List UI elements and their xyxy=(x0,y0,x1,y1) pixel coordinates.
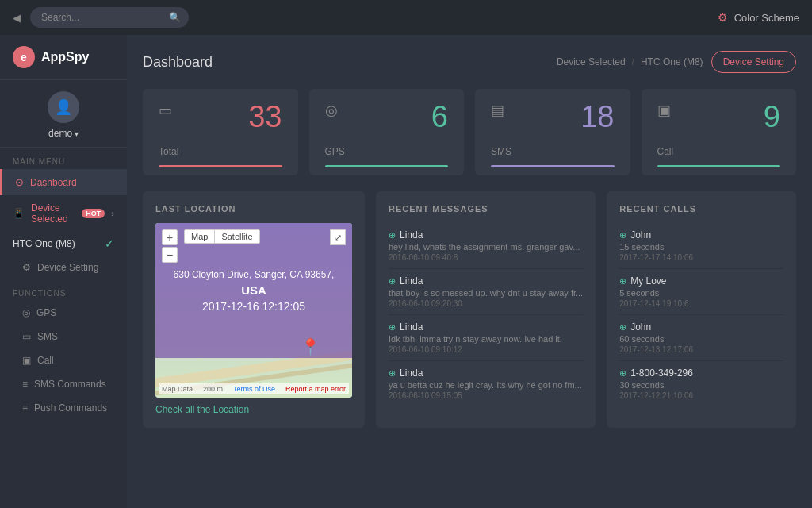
call-item-2: ⊕ John 60 seconds 2017-12-13 12:17:06 xyxy=(619,315,783,361)
stat-sms-value: 18 xyxy=(580,102,614,132)
stat-gps-value: 6 xyxy=(431,102,448,132)
app-logo-icon: e xyxy=(13,46,35,68)
stat-total-value: 33 xyxy=(248,102,282,132)
main-content: Dashboard Device Selected / HTC One (M8)… xyxy=(127,35,812,508)
recent-calls-panel: RECENT CALLS ⊕ John 15 seconds 2017-12-1… xyxy=(607,191,796,428)
page-header: Dashboard Device Selected / HTC One (M8)… xyxy=(143,51,796,73)
sidebar-item-device-name[interactable]: HTC One (M8) ✓ xyxy=(0,232,127,256)
stat-gps: ◎ 6 GPS xyxy=(309,89,465,175)
sidebar-item-device-setting[interactable]: ⚙ Device Setting xyxy=(0,256,127,279)
sms-commands-icon: ≡ xyxy=(22,379,28,390)
sms-icon: ▭ xyxy=(22,331,31,342)
map-address: 630 Cloyton Drive, Sanger, CA 93657, xyxy=(174,269,335,280)
push-commands-icon: ≡ xyxy=(22,402,28,414)
sidebar-sms-commands-label: SMS Commands xyxy=(34,379,106,390)
call-item-3: ⊕ 1-800-349-296 30 seconds 2017-12-12 21… xyxy=(619,361,783,406)
call-duration-0: 15 seconds xyxy=(619,242,783,252)
contact-icon-2: ⊕ xyxy=(389,322,396,333)
call-contact-icon-1: ⊕ xyxy=(619,276,626,287)
call-item-1: ⊕ My Love 5 seconds 2017-12-14 19:10:6 xyxy=(619,269,783,315)
sidebar-logo: e AppSpy xyxy=(0,35,127,80)
sidebar-item-gps[interactable]: ◎ GPS xyxy=(0,301,127,325)
message-item-3: ⊕ Linda ya u betta cuz he legit cray. It… xyxy=(389,361,583,406)
sidebar-push-commands-label: Push Commands xyxy=(34,402,107,414)
color-scheme-icon: ⚙ xyxy=(718,11,728,24)
msg-time-0: 2016-06-10 09:40:8 xyxy=(389,253,583,262)
stat-gps-bar xyxy=(325,165,449,167)
breadcrumb-current: HTC One (M8) xyxy=(641,56,703,67)
hot-badge: HOT xyxy=(82,209,105,218)
breadcrumb: Device Selected / HTC One (M8) xyxy=(557,56,703,67)
contact-icon-0: ⊕ xyxy=(389,230,396,241)
stat-call-value: 9 xyxy=(764,102,780,132)
msg-text-2: Idk tbh, imma try n stay away now. Ive h… xyxy=(389,334,583,344)
stat-call-label: Call xyxy=(657,146,781,157)
map-type-satellite[interactable]: Satellite xyxy=(215,230,259,243)
contact-icon-3: ⊕ xyxy=(389,368,396,379)
gps-stat-icon: ◎ xyxy=(325,102,338,119)
breadcrumb-device: Device Selected xyxy=(557,56,626,67)
msg-time-3: 2016-06-10 09:15:05 xyxy=(389,391,583,400)
gps-icon: ◎ xyxy=(22,307,30,318)
call-item-0: ⊕ John 15 seconds 2017-12-17 14:10:06 xyxy=(619,223,783,269)
messages-list: ⊕ Linda hey lind, whats the assignment m… xyxy=(389,223,583,406)
dashboard-icon: ⊙ xyxy=(15,176,24,188)
map-type-map[interactable]: Map xyxy=(185,230,215,243)
contact-icon-1: ⊕ xyxy=(389,276,396,287)
sidebar-item-device-selected[interactable]: 📱 Device Selected HOT › xyxy=(0,195,127,232)
sidebar-device-selected-label: Device Selected xyxy=(31,202,74,225)
color-scheme-control[interactable]: ⚙ Color Scheme xyxy=(718,11,799,24)
calls-list: ⊕ John 15 seconds 2017-12-17 14:10:06 ⊕ … xyxy=(619,223,783,406)
call-time-3: 2017-12-12 21:10:06 xyxy=(619,391,783,400)
sidebar-item-sms-commands[interactable]: ≡ SMS Commands xyxy=(0,372,127,396)
check-all-link[interactable]: Check all the Location xyxy=(155,404,352,415)
call-duration-3: 30 seconds xyxy=(619,380,783,390)
report-link[interactable]: Report a map error xyxy=(285,385,346,393)
breadcrumb-separator: / xyxy=(632,56,634,67)
search-wrap: 🔍 xyxy=(30,7,189,28)
map-type-bar: Map Satellite xyxy=(184,229,260,244)
sidebar: e AppSpy 👤 demo MAIN MENU ⊙ Dashboard 📱 … xyxy=(0,35,127,508)
stat-call: ▣ 9 Call xyxy=(642,89,797,175)
call-duration-1: 5 seconds xyxy=(619,288,783,298)
sidebar-item-sms[interactable]: ▭ SMS xyxy=(0,325,127,348)
panels-row: LAST LOCATION + − Map Satellite ⤢ xyxy=(143,191,796,428)
sidebar-item-dashboard[interactable]: ⊙ Dashboard xyxy=(0,169,127,195)
functions-label: FUNCTIONS xyxy=(0,279,127,301)
sidebar-item-push-commands[interactable]: ≡ Push Commands xyxy=(0,396,127,420)
zoom-out-button[interactable]: − xyxy=(162,247,178,263)
stat-sms: ▤ 18 SMS xyxy=(475,89,630,175)
map-zoom-controls: + − xyxy=(162,229,178,263)
call-name-1: ⊕ My Love xyxy=(619,275,783,287)
message-item-2: ⊕ Linda Idk tbh, imma try n stay away no… xyxy=(389,315,583,361)
map-data-label: Map Data xyxy=(162,385,193,393)
msg-sender-name-0: Linda xyxy=(400,229,423,241)
msg-sender-0: ⊕ Linda xyxy=(389,229,583,241)
search-input[interactable] xyxy=(30,7,189,28)
zoom-in-button[interactable]: + xyxy=(162,229,178,245)
map-fullscreen-button[interactable]: ⤢ xyxy=(330,229,346,245)
sidebar-item-call[interactable]: ▣ Call xyxy=(0,348,127,372)
layout: e AppSpy 👤 demo MAIN MENU ⊙ Dashboard 📱 … xyxy=(0,35,812,508)
stat-sms-bar xyxy=(491,165,615,167)
back-icon[interactable]: ◀ xyxy=(13,12,21,24)
recent-messages-panel: RECENT MESSAGES ⊕ Linda hey lind, whats … xyxy=(376,191,596,428)
stats-row: ▭ 33 Total ◎ 6 GPS ▤ 18 SMS xyxy=(143,89,796,175)
terms-link[interactable]: Terms of Use xyxy=(233,385,275,393)
device-name-label: HTC One (M8) xyxy=(13,238,75,249)
username[interactable]: demo xyxy=(48,128,79,139)
avatar: 👤 xyxy=(48,91,79,123)
device-setting-button[interactable]: Device Setting xyxy=(711,51,796,73)
checkmark-icon: ✓ xyxy=(105,237,114,250)
call-name-label-2: John xyxy=(630,321,651,333)
msg-text-1: that boy is so messed up. why dnt u stay… xyxy=(389,288,583,298)
call-icon: ▣ xyxy=(22,355,31,366)
stat-gps-label: GPS xyxy=(325,146,449,157)
msg-sender-3: ⊕ Linda xyxy=(389,368,583,379)
msg-time-2: 2016-06-10 09:10:12 xyxy=(389,345,583,354)
msg-sender-name-1: Linda xyxy=(400,275,423,287)
call-name-3: ⊕ 1-800-349-296 xyxy=(619,368,783,379)
msg-text-0: hey lind, whats the assignment ms. grang… xyxy=(389,242,583,252)
stat-gps-header: ◎ 6 xyxy=(325,102,449,132)
sidebar-sms-label: SMS xyxy=(37,331,58,342)
